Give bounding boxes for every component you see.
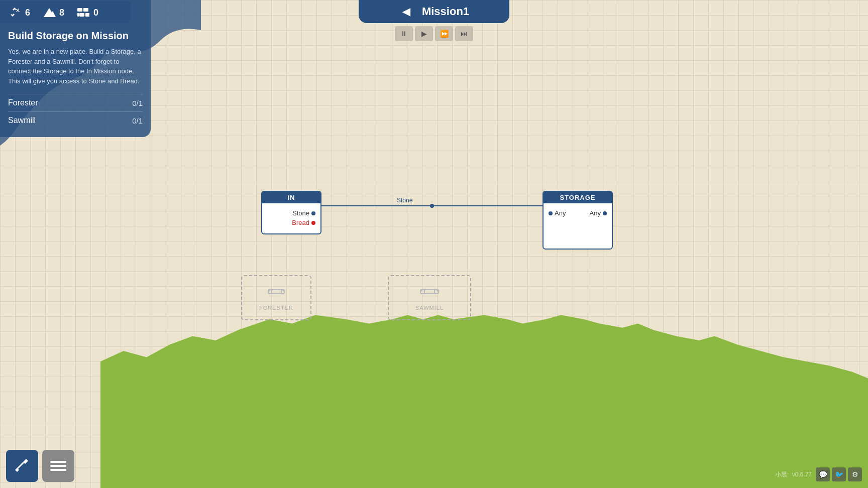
back-button[interactable]: ◀: [399, 4, 414, 19]
resource-item-tools: 6: [8, 6, 30, 20]
build-button[interactable]: [6, 450, 38, 482]
objective-sawmill-label: Sawmill: [8, 116, 36, 125]
svg-rect-10: [268, 290, 284, 294]
storage-node-header: STORAGE: [544, 192, 612, 203]
resource-item-mountains: 8: [42, 6, 64, 20]
discord-icon[interactable]: 💬: [816, 467, 830, 481]
resource-item-bricks: 0: [76, 6, 98, 20]
watermark-version: v0.6.77: [792, 471, 812, 478]
menu-button[interactable]: [42, 450, 74, 482]
skip-button[interactable]: ⏭: [455, 26, 473, 41]
storage-left-dot[interactable]: [549, 211, 553, 215]
bottom-toolbar: [0, 444, 80, 488]
mission-title-box: ◀ Mission1: [359, 0, 509, 23]
in-node-stone-port: Stone: [267, 209, 315, 217]
forester-label: FORESTER: [259, 305, 293, 311]
playback-controls: ⏸ ▶ ⏩ ⏭: [395, 26, 473, 41]
in-node-bread-port: Bread: [267, 219, 315, 226]
watermark-icons: 💬 🐦 ⚙: [816, 467, 862, 481]
sawmill-label: SAWMILL: [415, 305, 444, 311]
mountains-icon: [42, 6, 56, 20]
in-stone-dot[interactable]: [311, 211, 315, 215]
objective-sawmill-progress: 0/1: [132, 116, 143, 125]
mountains-count: 8: [59, 8, 64, 18]
sawmill-placeholder[interactable]: SAWMILL: [388, 275, 471, 320]
svg-text:小黑盒: 小黑盒: [775, 471, 788, 478]
tools-count: 6: [25, 8, 30, 18]
in-node-body: Stone Bread: [262, 203, 320, 233]
play-button[interactable]: ▶: [415, 26, 433, 41]
pause-button[interactable]: ⏸: [395, 26, 413, 41]
bricks-count: 0: [93, 8, 98, 18]
storage-any-left-label: Any: [555, 209, 566, 217]
tools-icon: [8, 6, 22, 20]
in-stone-label: Stone: [292, 209, 309, 217]
twitter-icon[interactable]: 🐦: [832, 467, 846, 481]
svg-rect-20: [50, 461, 66, 463]
mission-panel-title: Build Storage on Mission: [8, 30, 143, 42]
in-node[interactable]: IN Stone Bread: [261, 191, 321, 234]
bricks-icon: [76, 6, 90, 20]
storage-left-port: Any Any: [549, 209, 607, 217]
forester-placeholder-icon: [267, 285, 285, 302]
in-bread-dot[interactable]: [311, 221, 315, 225]
storage-node[interactable]: STORAGE Any Any: [542, 191, 613, 250]
fast-forward-button[interactable]: ⏩: [435, 26, 453, 41]
svg-rect-22: [50, 469, 66, 471]
storage-any-right-label: Any: [590, 209, 601, 217]
mission-header: ◀ Mission1 ⏸ ▶ ⏩ ⏭: [359, 0, 509, 41]
objective-forester-progress: 0/1: [132, 99, 143, 107]
svg-rect-5: [85, 13, 89, 17]
mission-title: Mission1: [422, 5, 469, 18]
in-node-header: IN: [262, 192, 320, 203]
storage-node-body: Any Any: [544, 203, 612, 249]
resource-bar: 6 8 0: [0, 2, 131, 24]
svg-rect-2: [77, 8, 82, 12]
svg-rect-6: [77, 13, 79, 17]
mission-panel-desc: Yes, we are in a new place. Build a Stor…: [8, 47, 143, 86]
forester-placeholder[interactable]: FORESTER: [241, 275, 311, 320]
svg-rect-4: [79, 13, 84, 17]
settings-icon[interactable]: ⚙: [848, 467, 862, 481]
objective-forester: Forester 0/1: [8, 94, 143, 111]
watermark: 小黑盒 v0.6.77 💬 🐦 ⚙: [774, 466, 862, 482]
svg-rect-15: [420, 290, 439, 294]
objective-sawmill: Sawmill 0/1: [8, 111, 143, 129]
svg-rect-3: [83, 8, 88, 12]
storage-right-dot[interactable]: [603, 211, 607, 215]
watermark-logo: 小黑盒: [774, 466, 788, 482]
svg-rect-21: [50, 465, 66, 467]
objective-forester-label: Forester: [8, 98, 38, 107]
sawmill-placeholder-icon: [419, 285, 440, 302]
in-bread-label: Bread: [292, 219, 309, 226]
